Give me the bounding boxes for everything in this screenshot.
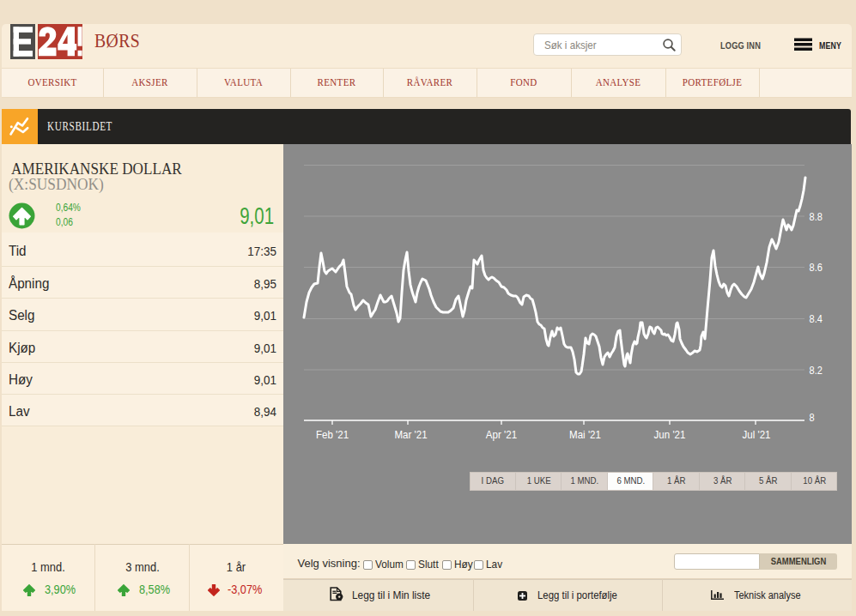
svg-text:Mar '21: Mar '21	[394, 428, 427, 441]
svg-text:Jun '21: Jun '21	[654, 428, 686, 441]
svg-text:Feb '21: Feb '21	[316, 428, 349, 441]
svg-text:Jul '21: Jul '21	[742, 428, 770, 441]
svg-text:Mai '21: Mai '21	[569, 428, 601, 441]
svg-text:8.4: 8.4	[810, 312, 823, 325]
svg-text:8: 8	[810, 411, 815, 424]
svg-text:8.2: 8.2	[810, 364, 823, 377]
svg-text:Apr '21: Apr '21	[486, 428, 517, 441]
svg-text:8.6: 8.6	[810, 261, 823, 274]
svg-text:8.8: 8.8	[810, 210, 823, 223]
